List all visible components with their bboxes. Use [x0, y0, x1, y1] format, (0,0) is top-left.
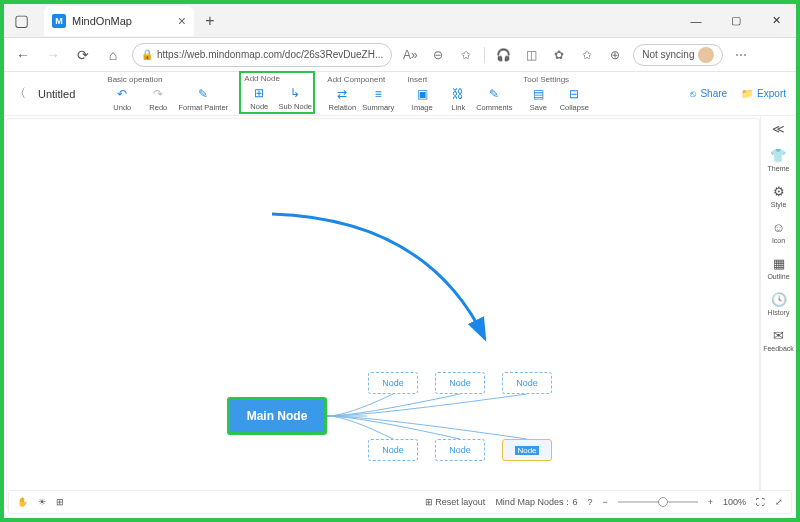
mindmap-node[interactable]: Node — [502, 372, 552, 394]
back-chevron-icon[interactable]: 〈 — [14, 85, 34, 102]
export-button[interactable]: 📁Export — [741, 88, 786, 99]
group-add-component: Add Component ⇄Relation ≡Summary — [325, 75, 395, 112]
sun-icon[interactable]: ☀ — [38, 497, 46, 507]
new-tab-button[interactable]: + — [198, 9, 222, 33]
add-subnode-button[interactable]: ↳Sub Node — [278, 85, 312, 111]
group-add-node: Add Node ⊞Node ↳Sub Node — [239, 71, 315, 114]
document-title[interactable]: Untitled — [38, 88, 75, 100]
fullscreen-icon[interactable]: ⤢ — [775, 497, 783, 507]
forward-button[interactable]: → — [42, 44, 64, 66]
mindmap-node[interactable]: Node — [368, 372, 418, 394]
favicon-icon: M — [52, 14, 66, 28]
help-icon[interactable]: ? — [587, 497, 592, 507]
sync-label: Not syncing — [642, 49, 694, 60]
comment-icon: ✎ — [486, 86, 502, 102]
group-label: Insert — [405, 75, 511, 84]
group-basic-operation: Basic operation ↶Undo ↷Redo ✎Format Pain… — [105, 75, 229, 112]
address-bar: ← → ⟳ ⌂ 🔒 https://web.mindonmap.com/doc/… — [4, 38, 796, 72]
node-count: Mind Map Nodes：6 — [495, 496, 577, 509]
summary-button[interactable]: ≡Summary — [361, 86, 395, 112]
collapse-icon: ⊟ — [566, 86, 582, 102]
collapse-button[interactable]: ⊟Collapse — [557, 86, 591, 112]
share-button[interactable]: ⎋Share — [690, 88, 727, 99]
fit-icon[interactable]: ⛶ — [756, 497, 765, 507]
divider — [484, 47, 485, 63]
history-icon: 🕓 — [771, 292, 787, 307]
tab-overview-button[interactable]: ▢ — [4, 4, 38, 38]
url-text: https://web.mindonmap.com/doc/26s3RevDue… — [157, 49, 383, 60]
mindmap-node[interactable]: Node — [368, 439, 418, 461]
main-node[interactable]: Main Node — [227, 397, 327, 435]
profile-sync-button[interactable]: Not syncing — [633, 44, 723, 66]
back-button[interactable]: ← — [12, 44, 34, 66]
avatar-icon — [698, 47, 714, 63]
folder-icon: 📁 — [741, 88, 753, 99]
tab-title: MindOnMap — [72, 15, 132, 27]
outline-icon: ▦ — [773, 256, 785, 271]
comments-button[interactable]: ✎Comments — [477, 86, 511, 112]
redo-button[interactable]: ↷Redo — [141, 86, 175, 112]
maximize-button[interactable]: ▢ — [716, 4, 756, 38]
feedback-button[interactable]: ✉Feedback — [763, 328, 794, 352]
format-painter-button[interactable]: ✎Format Painter — [177, 86, 229, 112]
canvas[interactable]: Main Node Node Node Node Node Node Node — [6, 118, 760, 509]
icon-button[interactable]: ☺Icon — [772, 220, 785, 244]
zoom-out-button[interactable]: − — [602, 497, 607, 507]
minimize-button[interactable]: — — [676, 4, 716, 38]
zoom-level: 100% — [723, 497, 746, 507]
node-icon: ⊞ — [251, 85, 267, 101]
browser-tab[interactable]: M MindOnMap × — [44, 6, 194, 36]
browser-titlebar: ▢ M MindOnMap × + — ▢ ✕ — [4, 4, 796, 38]
close-tab-icon[interactable]: × — [178, 13, 186, 29]
theme-icon: 👕 — [770, 148, 786, 163]
extensions-icon[interactable]: ✿ — [549, 45, 569, 65]
subnode-icon: ↳ — [287, 85, 303, 101]
side-panel: ≪ 👕Theme ⚙Style ☺Icon ▦Outline 🕓History … — [760, 116, 796, 511]
refresh-button[interactable]: ⟳ — [72, 44, 94, 66]
feedback-icon: ✉ — [773, 328, 784, 343]
smile-icon: ☺ — [772, 220, 785, 235]
lock-icon: 🔒 — [141, 49, 153, 60]
collections-icon[interactable]: ⊕ — [605, 45, 625, 65]
reset-layout-button[interactable]: ⊞ Reset layout — [425, 497, 486, 507]
more-menu-icon[interactable]: ⋯ — [731, 45, 751, 65]
headphones-icon[interactable]: 🎧 — [493, 45, 513, 65]
status-bar: ✋ ☀ ⊞ ⊞ Reset layout Mind Map Nodes：6 ? … — [8, 490, 792, 514]
favorite-icon[interactable]: ✩ — [456, 45, 476, 65]
insert-link-button[interactable]: ⛓Link — [441, 86, 475, 112]
home-button[interactable]: ⌂ — [102, 44, 124, 66]
history-button[interactable]: 🕓History — [768, 292, 790, 316]
mindmap-node[interactable]: Node — [435, 372, 485, 394]
collapse-panel-icon[interactable]: ≪ — [772, 122, 785, 136]
zoom-in-button[interactable]: + — [708, 497, 713, 507]
app-toolbar: 〈 Untitled Basic operation ↶Undo ↷Redo ✎… — [4, 72, 796, 116]
group-label: Basic operation — [105, 75, 229, 84]
relation-icon: ⇄ — [334, 86, 350, 102]
theme-button[interactable]: 👕Theme — [768, 148, 790, 172]
group-label: Tool Settings — [521, 75, 591, 84]
zoom-slider[interactable] — [618, 501, 698, 503]
insert-image-button[interactable]: ▣Image — [405, 86, 439, 112]
add-node-button[interactable]: ⊞Node — [242, 85, 276, 111]
favorites-bar-icon[interactable]: ✩ — [577, 45, 597, 65]
annotation-arrow — [267, 209, 497, 349]
style-icon: ⚙ — [773, 184, 785, 199]
read-aloud-icon[interactable]: A» — [400, 45, 420, 65]
style-button[interactable]: ⚙Style — [771, 184, 787, 208]
outline-button[interactable]: ▦Outline — [767, 256, 789, 280]
grid-icon[interactable]: ⊞ — [56, 497, 64, 507]
undo-icon: ↶ — [114, 86, 130, 102]
cube-icon[interactable]: ◫ — [521, 45, 541, 65]
mindmap-node[interactable]: Node — [435, 439, 485, 461]
mindmap-node-selected[interactable]: Node — [502, 439, 552, 461]
share-icon: ⎋ — [690, 88, 696, 99]
hand-tool-icon[interactable]: ✋ — [17, 497, 28, 507]
relation-button[interactable]: ⇄Relation — [325, 86, 359, 112]
redo-icon: ↷ — [150, 86, 166, 102]
save-button[interactable]: ▤Save — [521, 86, 555, 112]
undo-button[interactable]: ↶Undo — [105, 86, 139, 112]
zoom-out-icon[interactable]: ⊖ — [428, 45, 448, 65]
brush-icon: ✎ — [195, 86, 211, 102]
close-window-button[interactable]: ✕ — [756, 4, 796, 38]
url-input[interactable]: 🔒 https://web.mindonmap.com/doc/26s3RevD… — [132, 43, 392, 67]
